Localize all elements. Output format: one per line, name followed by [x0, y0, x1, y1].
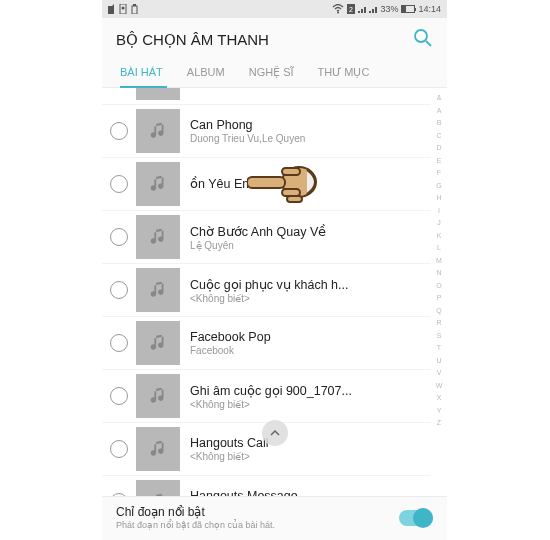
song-info: Cuộc gọi phục vụ khách h... <Không biết>: [190, 277, 431, 304]
alphabet-index[interactable]: &ABCDEFGHIJKLMNOPQRSTUVWXYZ: [431, 92, 447, 430]
song-info: Chờ Bước Anh Quay Về Lệ Quyên: [190, 224, 431, 251]
index-letter[interactable]: M: [436, 255, 442, 268]
footer-text: Chỉ đoạn nổi bật Phát đoạn nổi bật đã ch…: [116, 505, 399, 530]
index-letter[interactable]: N: [436, 267, 441, 280]
radio-unselected[interactable]: [110, 281, 128, 299]
scroll-to-top-button[interactable]: [262, 420, 288, 446]
sound-picker-screen: 2 33% 14:14 BỘ CHỌN ÂM THANH BÀI HÁT ALB…: [102, 0, 447, 540]
index-letter[interactable]: R: [436, 317, 441, 330]
song-thumbnail: [136, 321, 180, 365]
header: BỘ CHỌN ÂM THANH: [102, 18, 447, 58]
song-thumbnail: [136, 109, 180, 153]
radio-unselected[interactable]: [110, 122, 128, 140]
battery-icon-left: [130, 4, 139, 14]
song-title: ồn Yêu Em: [190, 176, 431, 191]
radio-unselected[interactable]: [110, 387, 128, 405]
highlights-toggle[interactable]: [399, 510, 433, 526]
index-letter[interactable]: Q: [436, 305, 441, 318]
signal-icon-1: [358, 5, 366, 13]
song-title: Cuộc gọi phục vụ khách h...: [190, 277, 431, 292]
index-letter[interactable]: A: [437, 105, 442, 118]
song-thumbnail: [136, 162, 180, 206]
index-letter[interactable]: V: [437, 367, 442, 380]
song-thumbnail: [136, 215, 180, 259]
index-letter[interactable]: Z: [437, 417, 441, 430]
song-title: Can Phong: [190, 118, 431, 132]
index-letter[interactable]: P: [437, 292, 442, 305]
index-letter[interactable]: G: [436, 180, 441, 193]
page-title: BỘ CHỌN ÂM THANH: [116, 31, 269, 49]
list-item[interactable]: ồn Yêu Em: [102, 158, 431, 211]
index-letter[interactable]: K: [437, 230, 442, 243]
clock: 14:14: [418, 4, 441, 14]
chevron-up-icon: [269, 427, 281, 439]
signal-icon-2: [369, 5, 377, 13]
index-letter[interactable]: O: [436, 280, 441, 293]
song-title: Hangouts Call: [190, 436, 431, 450]
index-letter[interactable]: E: [437, 155, 442, 168]
song-info: Facebook Pop Facebook: [190, 330, 431, 356]
song-list-area[interactable]: Can Phong Duong Trieu Vu,Le Quyen ồn Yêu…: [102, 88, 447, 496]
song-thumbnail: [136, 480, 180, 496]
index-letter[interactable]: U: [436, 355, 441, 368]
song-title: Hangouts Message: [190, 489, 431, 496]
index-letter[interactable]: J: [437, 217, 441, 230]
list-item[interactable]: Chờ Bước Anh Quay Về Lệ Quyên: [102, 211, 431, 264]
tab-artist[interactable]: NGHỆ SĨ: [237, 58, 306, 87]
svg-rect-4: [133, 4, 136, 6]
index-letter[interactable]: Y: [437, 405, 442, 418]
song-info: Hangouts Message <Không biết>: [190, 489, 431, 496]
list-item[interactable]: Ghi âm cuộc gọi 900_1707... <Không biết>: [102, 370, 431, 423]
song-title: Ghi âm cuộc gọi 900_1707...: [190, 383, 431, 398]
contact-icon: [119, 4, 127, 14]
list-item[interactable]: Can Phong Duong Trieu Vu,Le Quyen: [102, 105, 431, 158]
index-letter[interactable]: W: [436, 380, 443, 393]
radio-unselected[interactable]: [110, 440, 128, 458]
song-artist: <Không biết>: [190, 399, 431, 410]
song-thumbnail: [136, 427, 180, 471]
tab-songs[interactable]: BÀI HÁT: [102, 58, 175, 87]
index-letter[interactable]: F: [437, 167, 441, 180]
song-artist: Duong Trieu Vu,Le Quyen: [190, 133, 431, 144]
radio-unselected[interactable]: [110, 228, 128, 246]
radio-unselected[interactable]: [110, 175, 128, 193]
search-icon[interactable]: [413, 28, 433, 52]
status-bar: 2 33% 14:14: [102, 0, 447, 18]
song-artist: <Không biết>: [190, 451, 431, 462]
status-right: 2 33% 14:14: [332, 4, 441, 14]
song-artist: <Không biết>: [190, 293, 431, 304]
sim-icon: [108, 4, 116, 14]
footer: Chỉ đoạn nổi bật Phát đoạn nổi bật đã ch…: [102, 496, 447, 540]
svg-point-2: [122, 7, 125, 10]
index-letter[interactable]: C: [436, 130, 441, 143]
footer-title: Chỉ đoạn nổi bật: [116, 505, 399, 519]
radio-unselected[interactable]: [110, 493, 128, 496]
tabs: BÀI HÁT ALBUM NGHỆ SĨ THƯ MỤC: [102, 58, 447, 88]
footer-subtitle: Phát đoạn nổi bật đã chọn của bài hát.: [116, 520, 399, 530]
index-letter[interactable]: L: [437, 242, 441, 255]
wifi-icon: [332, 4, 344, 14]
battery-percent: 33%: [380, 4, 398, 14]
sim-slot-icon: 2: [347, 4, 355, 14]
index-letter[interactable]: I: [438, 205, 440, 218]
index-letter[interactable]: D: [436, 142, 441, 155]
index-letter[interactable]: S: [437, 330, 442, 343]
list-item[interactable]: Cuộc gọi phục vụ khách h... <Không biết>: [102, 264, 431, 317]
list-item[interactable]: [102, 88, 431, 105]
index-letter[interactable]: &: [437, 92, 442, 105]
index-letter[interactable]: H: [436, 192, 441, 205]
song-thumbnail: [136, 374, 180, 418]
tab-folder[interactable]: THƯ MỤC: [306, 58, 382, 87]
list-item[interactable]: Hangouts Message <Không biết>: [102, 476, 431, 496]
svg-rect-0: [108, 6, 114, 14]
index-letter[interactable]: T: [437, 342, 441, 355]
list-item[interactable]: Facebook Pop Facebook: [102, 317, 431, 370]
index-letter[interactable]: X: [437, 392, 442, 405]
tab-album[interactable]: ALBUM: [175, 58, 237, 87]
radio-unselected[interactable]: [110, 334, 128, 352]
svg-point-8: [415, 30, 427, 42]
index-letter[interactable]: B: [437, 117, 442, 130]
song-info: Can Phong Duong Trieu Vu,Le Quyen: [190, 118, 431, 144]
svg-rect-3: [132, 6, 137, 14]
song-info: ồn Yêu Em: [190, 176, 431, 192]
